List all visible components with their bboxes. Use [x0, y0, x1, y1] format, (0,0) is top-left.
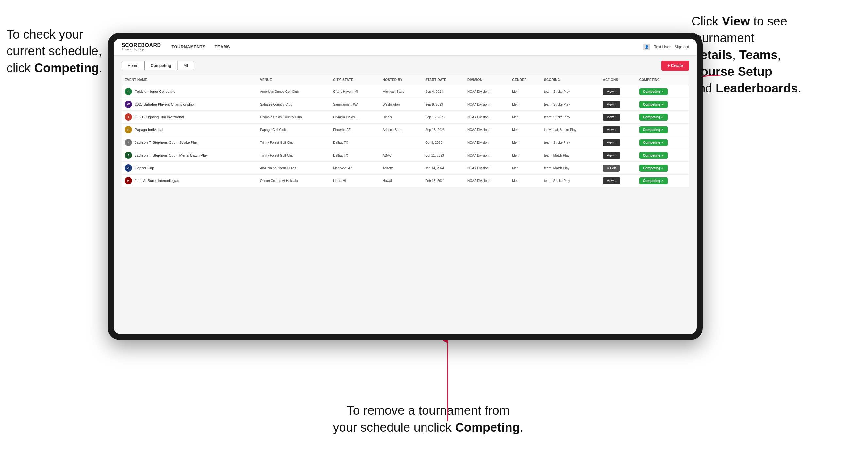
- nav-link-teams[interactable]: TEAMS: [215, 44, 230, 49]
- cell-venue-2: Olympia Fields Country Club: [257, 111, 330, 124]
- competing-badge[interactable]: Competing ✓: [639, 152, 668, 159]
- col-competing: COMPETING: [636, 75, 689, 85]
- cell-event-2: I OFCC Fighting Illini Invitational: [122, 111, 257, 124]
- view-button[interactable]: View ℹ: [602, 139, 620, 146]
- cell-competing-7: Competing ✓: [636, 175, 689, 187]
- cell-venue-3: Papago Golf Club: [257, 124, 330, 136]
- nav-links: TOURNAMENTS TEAMS: [172, 44, 644, 49]
- cell-scoring-0: team, Stroke Play: [541, 85, 599, 98]
- nav-link-tournaments[interactable]: TOURNAMENTS: [172, 44, 206, 49]
- cell-division-1: NCAA Division I: [464, 98, 509, 111]
- user-name: Test User: [654, 45, 671, 49]
- view-button[interactable]: View ℹ: [602, 126, 620, 133]
- cell-venue-4: Trinity Forest Golf Club: [257, 136, 330, 149]
- annotation-top-right: Click View to see tournament Details, Te…: [691, 13, 862, 97]
- competing-badge[interactable]: Competing ✓: [639, 165, 668, 172]
- view-button[interactable]: View ℹ: [602, 114, 620, 121]
- cell-start-7: Feb 15, 2024: [422, 175, 464, 187]
- event-name: John A. Burns Intercollegiate: [135, 179, 180, 183]
- filter-bar: Home Competing All + Create: [122, 61, 689, 71]
- view-button[interactable]: View ℹ: [602, 88, 620, 95]
- filter-tabs: Home Competing All: [122, 61, 194, 70]
- cell-gender-1: Men: [509, 98, 541, 111]
- view-button[interactable]: View ℹ: [602, 178, 620, 184]
- nav-bar: SCOREBOARD Powered by clippd TOURNAMENTS…: [114, 38, 697, 56]
- event-name: Papago Individual: [135, 128, 163, 132]
- cell-competing-1: Competing ✓: [636, 98, 689, 111]
- cell-division-2: NCAA Division I: [464, 111, 509, 124]
- table-row: A Copper Cup Ak-Chin Southern DunesMaric…: [122, 162, 689, 175]
- cell-actions-7: View ℹ: [599, 175, 636, 187]
- create-button[interactable]: + Create: [661, 61, 689, 71]
- tab-competing[interactable]: Competing: [145, 61, 178, 70]
- cell-city-5: Dallas, TX: [330, 149, 379, 162]
- view-button[interactable]: View ℹ: [602, 152, 620, 159]
- cell-scoring-7: team, Stroke Play: [541, 175, 599, 187]
- cell-actions-3: View ℹ: [599, 124, 636, 136]
- cell-hosted-3: Arizona State: [379, 124, 422, 136]
- cell-gender-5: Men: [509, 149, 541, 162]
- competing-badge[interactable]: Competing ✓: [639, 126, 668, 133]
- cell-hosted-0: Michigan State: [379, 85, 422, 98]
- table-row: J Jackson T. Stephens Cup – Men's Match …: [122, 149, 689, 162]
- cell-gender-7: Men: [509, 175, 541, 187]
- cell-venue-7: Ocean Course At Hokuala: [257, 175, 330, 187]
- scoreboard-logo: SCOREBOARD Powered by clippd: [122, 43, 161, 51]
- cell-competing-6: Competing ✓: [636, 162, 689, 175]
- cell-actions-6: ✏ Edit: [599, 162, 636, 175]
- event-name: OFCC Fighting Illini Invitational: [135, 115, 184, 119]
- event-name: 2023 Sahalee Players Championship: [135, 102, 194, 106]
- col-event-name: EVENT NAME: [122, 75, 257, 85]
- cell-hosted-2: Illinois: [379, 111, 422, 124]
- cell-scoring-4: team, Stroke Play: [541, 136, 599, 149]
- cell-hosted-5: ABAC: [379, 149, 422, 162]
- competing-badge[interactable]: Competing ✓: [639, 114, 668, 121]
- competing-badge[interactable]: Competing ✓: [639, 101, 668, 108]
- team-logo: W: [125, 101, 132, 108]
- col-division: DIVISION: [464, 75, 509, 85]
- cell-division-5: NCAA Division I: [464, 149, 509, 162]
- cell-hosted-6: Arizona: [379, 162, 422, 175]
- cell-city-7: Lihue, HI: [330, 175, 379, 187]
- team-logo: F: [125, 88, 132, 95]
- cell-scoring-6: team, Match Play: [541, 162, 599, 175]
- col-city: CITY, STATE: [330, 75, 379, 85]
- cell-venue-6: Ak-Chin Southern Dunes: [257, 162, 330, 175]
- logo-title: SCOREBOARD: [122, 43, 161, 48]
- sign-out-link[interactable]: Sign out: [675, 45, 689, 49]
- competing-badge[interactable]: Competing ✓: [639, 139, 668, 146]
- logo-subtitle: Powered by clippd: [122, 48, 161, 51]
- cell-actions-1: View ℹ: [599, 98, 636, 111]
- col-hosted: HOSTED BY: [379, 75, 422, 85]
- cell-scoring-1: team, Stroke Play: [541, 98, 599, 111]
- cell-gender-0: Men: [509, 85, 541, 98]
- competing-badge[interactable]: Competing ✓: [639, 178, 668, 184]
- col-gender: GENDER: [509, 75, 541, 85]
- tablet-screen: SCOREBOARD Powered by clippd TOURNAMENTS…: [114, 38, 697, 334]
- cell-venue-5: Trinity Forest Golf Club: [257, 149, 330, 162]
- cell-competing-3: Competing ✓: [636, 124, 689, 136]
- cell-start-1: Sep 9, 2023: [422, 98, 464, 111]
- view-button[interactable]: View ℹ: [602, 101, 620, 108]
- cell-start-2: Sep 15, 2023: [422, 111, 464, 124]
- tab-home[interactable]: Home: [122, 61, 145, 70]
- team-logo: H: [125, 177, 132, 184]
- cell-start-6: Jan 14, 2024: [422, 162, 464, 175]
- cell-scoring-3: individual, Stroke Play: [541, 124, 599, 136]
- page-content: Home Competing All + Create EVENT NAME V…: [114, 56, 697, 334]
- table-row: P Papago Individual Papago Golf ClubPhoe…: [122, 124, 689, 136]
- cell-venue-1: Sahalee Country Club: [257, 98, 330, 111]
- col-actions: ACTIONS: [599, 75, 636, 85]
- tournaments-table: EVENT NAME VENUE CITY, STATE HOSTED BY S…: [122, 75, 689, 187]
- cell-start-5: Oct 11, 2023: [422, 149, 464, 162]
- event-name: Folds of Honor Collegiate: [135, 90, 175, 93]
- table-body: F Folds of Honor Collegiate American Dun…: [122, 85, 689, 187]
- competing-badge[interactable]: Competing ✓: [639, 88, 668, 95]
- cell-division-7: NCAA Division I: [464, 175, 509, 187]
- cell-division-0: NCAA Division I: [464, 85, 509, 98]
- table-header-row: EVENT NAME VENUE CITY, STATE HOSTED BY S…: [122, 75, 689, 85]
- edit-button[interactable]: ✏ Edit: [602, 165, 620, 172]
- tab-all[interactable]: All: [178, 61, 194, 70]
- cell-competing-4: Competing ✓: [636, 136, 689, 149]
- tablet-shell: SCOREBOARD Powered by clippd TOURNAMENTS…: [108, 33, 703, 340]
